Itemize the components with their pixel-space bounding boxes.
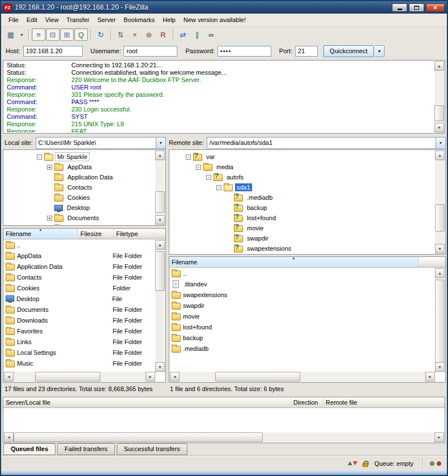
separator[interactable] [28, 29, 29, 40]
tree-item[interactable]: + Documents [4, 213, 155, 223]
file-row[interactable]: Local Settings File Folder [4, 347, 155, 358]
separator[interactable] [91, 29, 92, 40]
scroll-up-button[interactable]: ▲ [155, 240, 165, 250]
tree-expander[interactable]: - [37, 155, 42, 160]
site-manager-button[interactable]: ▦ [4, 28, 18, 41]
tree-item[interactable]: lost+found [170, 213, 435, 223]
tree-item[interactable]: + AppData [4, 162, 155, 172]
queue-horizontal-scrollbar[interactable]: ◄ ► [4, 432, 444, 442]
process-queue-button[interactable]: ⇅ [114, 28, 127, 41]
tree-item[interactable]: - autofs [170, 172, 435, 182]
tree-expander[interactable]: - [206, 175, 211, 180]
column-header-remote-file[interactable]: Remote file [323, 397, 445, 408]
tree-expander[interactable]: + [47, 165, 52, 170]
tree-item[interactable]: Application Data [4, 172, 155, 182]
file-row[interactable]: movie [170, 311, 435, 321]
remote-tree-vertical-scrollbar[interactable]: ▲ ▼ [435, 151, 445, 254]
quickconnect-dropdown-button[interactable]: ▼ [375, 45, 385, 57]
tree-item[interactable]: backup [170, 203, 435, 213]
tree-expander[interactable]: + [47, 216, 52, 221]
menu-item[interactable]: Transfer [62, 15, 93, 25]
tree-item[interactable]: + Downloads [4, 223, 155, 225]
close-button[interactable]: × [426, 3, 445, 12]
menu-item[interactable]: New version available! [180, 15, 250, 25]
menu-item[interactable]: Edit [23, 15, 41, 25]
scrollbar-thumb[interactable] [435, 204, 445, 231]
local-tree-vertical-scrollbar[interactable]: ▲ ▼ [155, 151, 165, 225]
tree-item[interactable]: swapextensions [170, 243, 435, 254]
sync-browse-button[interactable]: ∥ [190, 28, 204, 41]
refresh-button[interactable]: ↻ [94, 28, 108, 41]
file-row[interactable]: swapdir [170, 300, 435, 311]
file-row[interactable]: .mediadb [170, 343, 435, 354]
file-row[interactable]: Links File Folder [4, 336, 155, 347]
menu-item[interactable]: File [5, 15, 23, 25]
scroll-left-button[interactable]: ◄ [4, 432, 14, 442]
scrollbar-thumb[interactable] [215, 372, 300, 381]
file-row[interactable]: lost+found [170, 321, 435, 332]
file-row[interactable]: backup [170, 332, 435, 343]
scroll-up-button[interactable]: ▲ [435, 151, 445, 160]
column-header-filename[interactable]: ▲ Filename [169, 257, 419, 268]
toggle-queue-button[interactable]: Q [74, 28, 88, 41]
file-row[interactable]: Downloads File Folder [4, 315, 155, 325]
password-input[interactable] [217, 46, 271, 57]
tab-successful-transfers[interactable]: Successful transfers [117, 443, 187, 455]
column-header-filetype[interactable]: Filetype [114, 229, 165, 239]
tree-expander[interactable]: - [186, 155, 191, 160]
file-row[interactable]: Application Data File Folder [4, 261, 155, 272]
local-site-dropdown-icon[interactable]: ▼ [156, 138, 165, 148]
remote-site-dropdown-icon[interactable]: ▼ [436, 138, 445, 148]
tree-item[interactable]: - sda1 [170, 182, 435, 192]
scrollbar-thumb[interactable] [434, 105, 444, 121]
host-input[interactable] [23, 46, 83, 57]
file-row[interactable]: swapextensions [170, 289, 435, 300]
tree-item[interactable]: .mediadb [170, 192, 435, 203]
tree-item[interactable]: Desktop [4, 203, 155, 213]
scroll-down-button[interactable]: ▼ [434, 123, 444, 132]
compare-button[interactable]: ⇄ [176, 28, 190, 41]
column-header-direction[interactable]: Direction [291, 397, 323, 408]
menu-item[interactable]: View [41, 15, 63, 25]
cancel-button[interactable]: × [128, 28, 142, 41]
tree-expander[interactable]: - [216, 185, 221, 190]
file-row[interactable]: Documents File Folder [4, 304, 155, 315]
tab-queued-files[interactable]: Queued files [3, 443, 56, 455]
file-row[interactable]: AppData File Folder [4, 250, 155, 261]
column-header-server-local-file[interactable]: Server/Local file [3, 397, 291, 408]
log-vertical-scrollbar[interactable]: ▲ ▼ [434, 61, 444, 132]
tree-expander[interactable]: - [196, 165, 201, 170]
file-row[interactable]: Contacts File Folder [4, 272, 155, 282]
find-button[interactable]: ∞ [204, 28, 218, 41]
scroll-up-button[interactable]: ▲ [434, 61, 444, 71]
tree-item[interactable]: Contacts [4, 182, 155, 192]
file-row[interactable]: Favorites File Folder [4, 325, 155, 336]
file-row[interactable]: .. [170, 268, 435, 278]
tree-item[interactable]: swapdir [170, 233, 435, 243]
local-list-horizontal-scrollbar[interactable]: ◄ ► [4, 372, 155, 381]
minimize-button[interactable] [392, 3, 407, 12]
toggle-remote-tree-button[interactable]: ⊞ [60, 28, 74, 41]
speed-limit-icon[interactable] [348, 459, 357, 468]
scroll-left-button[interactable]: ◄ [4, 372, 14, 381]
scroll-up-button[interactable]: ▲ [435, 268, 445, 278]
remote-site-combo[interactable]: /var/media/autofs/sda1 ▼ [207, 137, 446, 149]
scrollbar-thumb[interactable] [14, 432, 263, 442]
menu-item[interactable]: Bookmarks [120, 15, 159, 25]
quickconnect-button[interactable]: Quickconnect [323, 45, 374, 57]
scrollbar-thumb[interactable] [35, 372, 100, 381]
file-row[interactable]: Music File Folder [4, 358, 155, 368]
toggle-log-button[interactable]: ≡ [32, 28, 45, 41]
tree-item[interactable]: Cookies [4, 192, 155, 203]
local-list-vertical-scrollbar[interactable]: ▲ ▼ [155, 240, 165, 372]
remote-list-vertical-scrollbar[interactable]: ▲ ▼ [435, 268, 445, 372]
scroll-down-button[interactable]: ▼ [155, 362, 165, 372]
scroll-down-button[interactable]: ▼ [155, 215, 165, 225]
maximize-button[interactable] [409, 3, 424, 12]
toggle-local-tree-button[interactable]: ⊟ [46, 28, 59, 41]
encryption-lock-icon[interactable] [361, 459, 370, 468]
title-bar[interactable]: FZ 192.168.1.20 - root@192.168.1.20 - Fi… [1, 1, 447, 14]
file-row[interactable]: .. [4, 239, 155, 250]
scroll-down-button[interactable]: ▼ [435, 362, 445, 372]
scroll-right-button[interactable]: ► [434, 432, 444, 442]
